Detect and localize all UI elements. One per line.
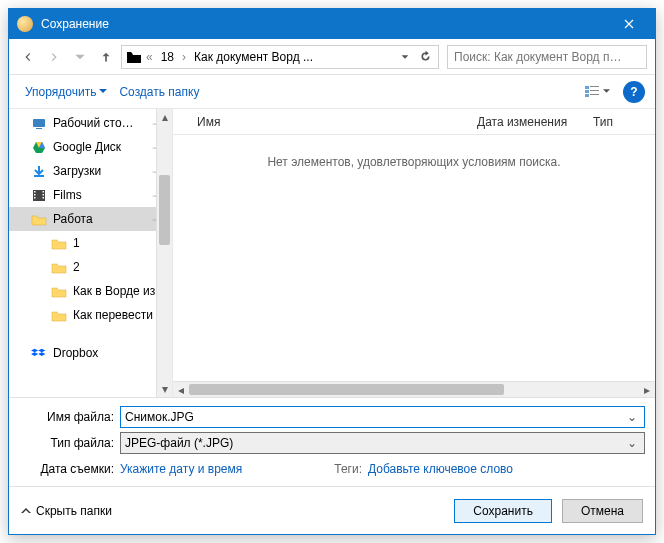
refresh-button[interactable]	[416, 48, 434, 66]
organize-button[interactable]: Упорядочить	[19, 81, 113, 103]
tree-item-6[interactable]: 2	[9, 255, 172, 279]
breadcrumb-sep: «	[144, 50, 155, 64]
history-dropdown[interactable]	[69, 46, 91, 68]
tree-item-label: Как в Ворде изм	[73, 284, 166, 298]
view-options-button[interactable]	[579, 82, 615, 102]
svg-rect-10	[34, 194, 36, 196]
tree-item-3[interactable]: Films📌	[9, 183, 172, 207]
chevron-down-icon[interactable]: ⌄	[624, 436, 640, 450]
nav-bar: « 18 › Как документ Ворд ... Поиск: Как …	[9, 39, 655, 75]
meta-date-link[interactable]: Укажите дату и время	[120, 462, 242, 476]
tree-item-label: Films	[53, 188, 148, 202]
tree-item-label: Как перевести т	[73, 308, 166, 322]
meta-date-label: Дата съемки:	[19, 462, 114, 476]
tree-item-9[interactable]: Dropbox	[9, 341, 172, 365]
toolbar: Упорядочить Создать папку ?	[9, 75, 655, 109]
svg-rect-7	[36, 128, 42, 129]
form-area: Имя файла: Снимок.JPG ⌄ Тип файла: JPEG-…	[9, 397, 655, 486]
titlebar: Сохранение	[9, 9, 655, 39]
meta-tags-label: Теги:	[334, 462, 362, 476]
back-button[interactable]	[17, 46, 39, 68]
svg-rect-0	[585, 86, 589, 89]
scroll-left-button[interactable]: ◂	[173, 382, 189, 398]
chevron-down-icon[interactable]: ⌄	[624, 410, 640, 424]
breadcrumb-0[interactable]: 18	[157, 48, 178, 66]
window-title: Сохранение	[41, 17, 607, 31]
forward-button[interactable]	[43, 46, 65, 68]
help-button[interactable]: ?	[623, 81, 645, 103]
content-area: Рабочий сто…📌Google Диск📌Загрузки📌Films📌…	[9, 109, 655, 397]
close-button[interactable]	[607, 9, 651, 39]
svg-rect-11	[34, 197, 36, 199]
scroll-right-button[interactable]: ▸	[639, 382, 655, 398]
close-icon	[624, 19, 634, 29]
svg-rect-9	[34, 191, 36, 193]
tree-item-8[interactable]: Как перевести т	[9, 303, 172, 327]
up-button[interactable]	[95, 46, 117, 68]
tree-item-label: Работа	[53, 212, 148, 226]
filename-label: Имя файла:	[19, 410, 114, 424]
meta-tags-link[interactable]: Добавьте ключевое слово	[368, 462, 513, 476]
hide-folders-button[interactable]: Скрыть папки	[21, 504, 112, 518]
folder-icon	[51, 236, 67, 250]
address-dropdown[interactable]	[396, 48, 414, 66]
tree-item-1[interactable]: Google Диск📌	[9, 135, 172, 159]
tree-item-5[interactable]: 1	[9, 231, 172, 255]
address-bar[interactable]: « 18 › Как документ Ворд ...	[121, 45, 439, 69]
tree-item-label: Рабочий сто…	[53, 116, 148, 130]
tree-item-4[interactable]: Работа📌	[9, 207, 172, 231]
hscroll-thumb[interactable]	[189, 384, 504, 395]
svg-rect-14	[43, 197, 45, 199]
chevron-down-icon	[603, 89, 610, 94]
cancel-button[interactable]: Отмена	[562, 499, 643, 523]
filename-input[interactable]: Снимок.JPG ⌄	[120, 406, 645, 428]
scroll-up-button[interactable]: ▴	[157, 109, 172, 125]
folder-tree: Рабочий сто…📌Google Диск📌Загрузки📌Films📌…	[9, 109, 173, 397]
scroll-thumb[interactable]	[159, 175, 170, 245]
column-name[interactable]: Имя	[189, 111, 469, 133]
tree-item-label: Google Диск	[53, 140, 148, 154]
dropbox-icon	[31, 346, 47, 360]
empty-message: Нет элементов, удовлетворяющих условиям …	[173, 135, 655, 381]
save-button[interactable]: Сохранить	[454, 499, 552, 523]
folder-icon	[51, 284, 67, 298]
tree-item-label: 2	[73, 260, 166, 274]
new-folder-button[interactable]: Создать папку	[113, 81, 205, 103]
svg-rect-12	[43, 191, 45, 193]
tree-item-7[interactable]: Как в Ворде изм	[9, 279, 172, 303]
file-list: Имя Дата изменения Тип Нет элементов, уд…	[173, 109, 655, 397]
tree-item-2[interactable]: Загрузки📌	[9, 159, 172, 183]
svg-rect-3	[590, 90, 599, 91]
app-icon	[17, 16, 33, 32]
tree-item-label: Загрузки	[53, 164, 148, 178]
folder-icon	[31, 212, 47, 226]
svg-rect-5	[590, 94, 599, 95]
horizontal-scrollbar[interactable]: ◂ ▸	[173, 381, 655, 397]
search-placeholder: Поиск: Как документ Ворд п…	[454, 50, 621, 64]
view-icon	[584, 85, 600, 99]
save-dialog: Сохранение « 18 › Как документ Ворд ... …	[8, 8, 656, 535]
desktop-icon	[31, 116, 47, 130]
footer: Скрыть папки Сохранить Отмена	[9, 486, 655, 534]
film-icon	[31, 188, 47, 202]
svg-rect-13	[43, 194, 45, 196]
gdrive-icon	[31, 140, 47, 154]
scroll-down-button[interactable]: ▾	[157, 381, 172, 397]
tree-item-label: 1	[73, 236, 166, 250]
column-type[interactable]: Тип	[585, 111, 635, 133]
tree-item-0[interactable]: Рабочий сто…📌	[9, 111, 172, 135]
svg-rect-2	[585, 90, 589, 93]
folder-icon	[51, 260, 67, 274]
search-input[interactable]: Поиск: Как документ Ворд п…	[447, 45, 647, 69]
svg-rect-4	[585, 94, 589, 97]
breadcrumb-1[interactable]: Как документ Ворд ...	[190, 48, 317, 66]
downloads-icon	[31, 164, 47, 178]
column-date[interactable]: Дата изменения	[469, 111, 585, 133]
chevron-up-icon	[21, 508, 31, 514]
svg-rect-1	[590, 86, 599, 87]
filetype-select[interactable]: JPEG-файл (*.JPG) ⌄	[120, 432, 645, 454]
filetype-label: Тип файла:	[19, 436, 114, 450]
chevron-right-icon: ›	[180, 50, 188, 64]
chevron-down-icon	[99, 89, 107, 94]
sidebar-scrollbar[interactable]: ▴ ▾	[156, 109, 172, 397]
